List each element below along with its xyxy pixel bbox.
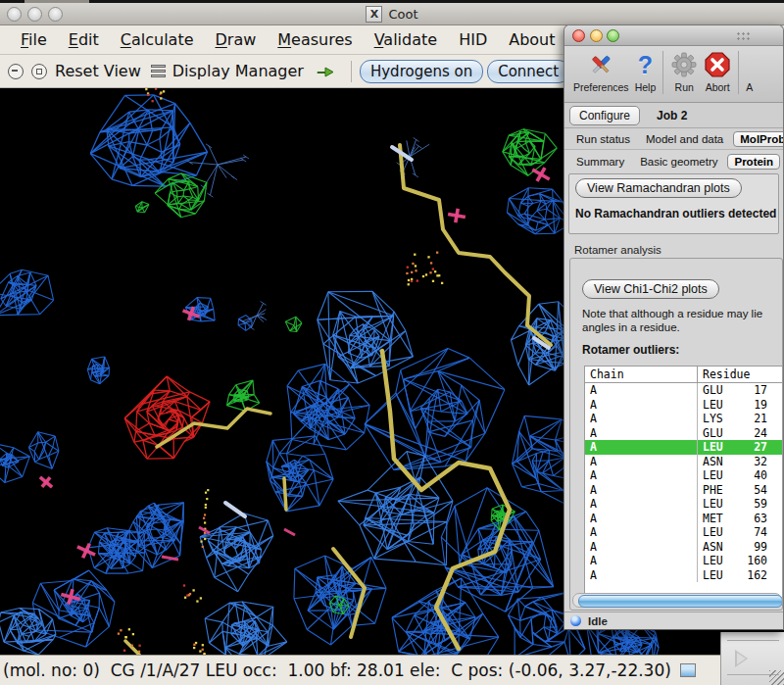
help-button[interactable]: ? Help — [635, 49, 657, 93]
reset-view-button[interactable]: Reset View — [55, 62, 141, 80]
atom-info-text: (mol. no: 0) CG /1/A/27 LEU occ: 1.00 bf… — [3, 661, 671, 680]
rotamer-outliers-table: Chain Residue AGLU17 ALEU19 ALYS21 AGLU2… — [584, 366, 783, 598]
dialog-close-button[interactable] — [572, 29, 585, 42]
preferences-button[interactable]: Preferences — [573, 49, 629, 93]
category-tabs: Summary Basic geometry Protein Cl — [564, 150, 783, 173]
resize-grip[interactable] — [769, 670, 784, 685]
panel-divider — [727, 640, 779, 641]
horizontal-scrollbar[interactable] — [572, 593, 782, 608]
table-header[interactable]: Chain Residue — [585, 367, 783, 383]
table-row[interactable]: AASN32 — [585, 455, 783, 469]
tab-run-status[interactable]: Run status — [570, 132, 636, 146]
table-row[interactable]: ALYS21 — [585, 412, 783, 426]
window-title: Coot — [388, 7, 417, 22]
col-chain[interactable]: Chain — [585, 367, 697, 382]
menu-calculate[interactable]: Calculate — [110, 30, 205, 49]
rotamer-frame: View Chi1-Chi2 plots Note that although … — [569, 258, 783, 611]
toolbar-separator — [738, 51, 739, 94]
dialog-titlebar[interactable] — [564, 25, 783, 46]
tools-icon — [587, 49, 614, 80]
abort-octagon-icon — [704, 49, 731, 80]
zoom-out-icon[interactable] — [8, 64, 24, 79]
rotamer-note: Note that although a residue may lie ang… — [582, 307, 782, 334]
help-icon: ? — [638, 49, 653, 80]
titlebar-grip — [736, 31, 750, 40]
expander-triangle-icon[interactable] — [735, 650, 748, 667]
col-residue[interactable]: Residue — [703, 367, 750, 382]
dialog-statusbar: Idle — [564, 612, 783, 629]
menu-validate[interactable]: Validate — [364, 30, 448, 49]
dialog-zoom-button[interactable] — [607, 29, 619, 42]
tab-molprobity[interactable]: MolProbity — [733, 131, 784, 147]
table-row[interactable]: AGLU24 — [585, 426, 783, 441]
table-row[interactable]: AGLU17 — [585, 383, 783, 398]
display-manager-icon — [151, 65, 166, 77]
table-row-selected[interactable]: ALEU27 — [585, 440, 783, 455]
menu-measures[interactable]: Measures — [267, 30, 363, 49]
view-chi1-chi2-plots-button[interactable]: View Chi1-Chi2 plots — [582, 279, 719, 299]
job-tabs: Configure Job 2 — [564, 103, 783, 128]
view-ramachandran-plots-button[interactable]: View Ramachandran plots — [575, 178, 742, 198]
display-manager-button[interactable]: Display Manager — [172, 62, 304, 80]
screen: { "window": { "title": "Coot" }, "menu":… — [0, 0, 784, 685]
menu-edit[interactable]: Edit — [58, 30, 110, 49]
table-row[interactable]: ALEU74 — [585, 525, 783, 540]
statusbar-chip — [680, 663, 696, 677]
table-row[interactable]: AMET63 — [585, 512, 783, 526]
table-row[interactable]: ALEU40 — [585, 468, 783, 483]
table-row[interactable]: ALEU162 — [585, 568, 783, 583]
tab-protein[interactable]: Protein — [727, 154, 780, 170]
table-row[interactable]: AASN99 — [585, 540, 783, 555]
x11-icon: X — [366, 6, 382, 23]
table-row[interactable]: ALEU160 — [585, 554, 783, 568]
tab-configure[interactable]: Configure — [569, 106, 640, 125]
status-orb-icon — [570, 615, 581, 626]
scrollbar-thumb[interactable] — [578, 595, 783, 608]
run-button[interactable]: Run — [670, 49, 698, 93]
toolbar-separator — [662, 51, 663, 94]
table-body[interactable]: AGLU17 ALEU19 ALYS21 AGLU24 ALEU27 AASN3… — [585, 383, 783, 597]
extra-toolbar-button[interactable]: A — [746, 49, 753, 93]
dialog-toolbar: Preferences ? Help Run — [564, 46, 783, 103]
toolbar-separator — [351, 61, 352, 82]
tab-basic-geometry[interactable]: Basic geometry — [634, 155, 723, 169]
menu-hid[interactable]: HID — [448, 30, 498, 49]
molprobity-dialog[interactable]: Preferences ? Help Run — [564, 24, 784, 630]
menu-about[interactable]: About — [498, 30, 565, 49]
ramachandran-message: No Ramachandran outliers detected — [575, 207, 778, 220]
section-tabs: Run status Model and data MolProbity — [564, 128, 783, 150]
dialog-minimize-button[interactable] — [590, 29, 603, 42]
background-panel — [720, 632, 784, 685]
coordinates-statusbar: (mol. no: 0) CG /1/A/27 LEU occ: 1.00 bf… — [0, 655, 784, 685]
go-arrow-icon[interactable] — [316, 64, 335, 78]
table-row[interactable]: ALEU19 — [585, 398, 783, 413]
dialog-status-text: Idle — [588, 615, 608, 627]
table-row[interactable]: ALEU59 — [585, 497, 783, 512]
tab-clashes[interactable]: Cl — [780, 155, 784, 169]
hydrogens-toggle-button[interactable]: Hydrogens on — [360, 60, 483, 83]
ramachandran-panel: View Ramachandran plots No Ramachandran … — [568, 173, 779, 234]
menu-draw[interactable]: Draw — [205, 30, 268, 49]
connect-button[interactable]: Connect — [487, 60, 569, 83]
tab-summary[interactable]: Summary — [570, 155, 630, 169]
rotamer-outliers-label: Rotamer outliers: — [582, 343, 782, 357]
menu-file[interactable]: File — [10, 30, 58, 49]
tab-job2[interactable]: Job 2 — [648, 107, 696, 124]
table-row[interactable]: APHE54 — [585, 483, 783, 498]
abort-button[interactable]: Abort — [704, 49, 731, 93]
zoom-in-icon[interactable] — [31, 64, 47, 79]
coot-titlebar[interactable]: X Coot — [0, 3, 784, 25]
tab-model-and-data[interactable]: Model and data — [640, 132, 729, 146]
gear-icon — [670, 49, 698, 80]
rotamer-frame-label: Rotamer analysis — [574, 244, 783, 256]
